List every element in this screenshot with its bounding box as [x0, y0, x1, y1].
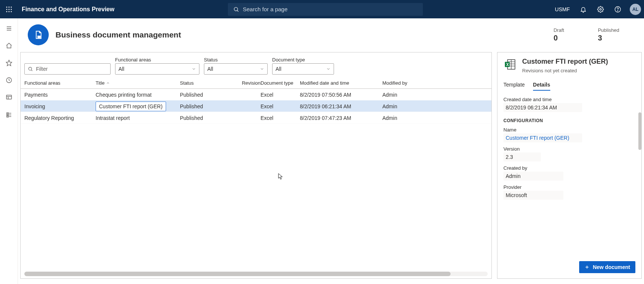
svg-point-1 — [9, 6, 10, 7]
button-label: New document — [593, 264, 630, 270]
sort-asc-icon — [106, 81, 110, 85]
app-title: Finance and Operations Preview — [22, 6, 114, 13]
scrollbar-thumb[interactable] — [24, 272, 451, 276]
svg-point-29 — [28, 67, 31, 70]
documents-table: Functional areas Title Status Revision D… — [21, 78, 491, 269]
cell-modified-dt: 8/2/2019 06:21:34 AM — [300, 103, 382, 109]
field-label: Name — [503, 127, 634, 133]
col-status[interactable]: Status — [180, 80, 231, 86]
chevron-down-icon — [192, 67, 196, 71]
details-card: Customer FTI report (GER) Revisions not … — [497, 52, 642, 279]
filter-label: Document type — [272, 57, 334, 63]
tab-template[interactable]: Template — [503, 82, 525, 91]
svg-point-0 — [6, 6, 7, 7]
svg-rect-28 — [37, 36, 41, 38]
cell-title[interactable]: Cheques printing format — [96, 89, 180, 100]
chevron-down-icon — [326, 67, 331, 71]
excel-icon — [503, 58, 517, 71]
col-modified-by[interactable]: Modified by — [382, 80, 439, 86]
document-icon — [33, 30, 43, 40]
svg-line-10 — [237, 10, 238, 11]
cell-title[interactable]: Customer FTI report (GER) — [96, 100, 180, 112]
field-created-dt: Created date and time 8/2/2019 06:21:34 … — [503, 97, 634, 112]
doc-type-filter: Document type All — [272, 57, 334, 75]
horizontal-scrollbar[interactable] — [24, 272, 488, 276]
page-stats: Draft 0 Published 3 — [554, 27, 619, 42]
plus-icon — [584, 265, 590, 270]
filter-input[interactable] — [36, 66, 107, 72]
svg-point-13 — [617, 10, 618, 11]
dropdown-value: All — [207, 66, 213, 72]
nav-hamburger[interactable] — [0, 21, 18, 36]
configuration-link[interactable]: Customer FTI report (GER) — [503, 133, 582, 142]
cell-modified-dt: 8/2/2019 07:50:56 AM — [300, 92, 382, 98]
user-avatar[interactable]: AL — [630, 4, 641, 15]
vertical-scrollbar[interactable] — [638, 112, 641, 150]
doc-type-dropdown[interactable]: All — [272, 63, 334, 75]
page-title: Business document management — [55, 30, 181, 39]
filter-label: Functional areas — [115, 57, 199, 63]
svg-point-3 — [6, 9, 7, 10]
stat-draft[interactable]: Draft 0 — [554, 27, 564, 42]
details-footer: New document — [503, 258, 635, 273]
nav-favorites[interactable] — [0, 56, 18, 70]
details-header: Customer FTI report (GER) Revisions not … — [503, 58, 635, 73]
col-title[interactable]: Title — [96, 80, 180, 86]
field-provider: Provider Microsoft — [503, 184, 634, 200]
field-label: Created by — [503, 165, 634, 171]
filter-row: Functional areas All Status All — [21, 57, 491, 78]
functional-areas-filter: Functional areas All — [115, 57, 199, 75]
text-filter[interactable] — [24, 63, 111, 75]
top-bar: Finance and Operations Preview USMF AL — [0, 0, 644, 18]
left-nav-rail — [0, 18, 18, 284]
col-modified-dt[interactable]: Modified date and time — [300, 80, 382, 86]
table-row[interactable]: PaymentsCheques printing formatPublished… — [21, 89, 491, 100]
col-doc-type[interactable]: Document type — [261, 80, 300, 86]
nav-home[interactable] — [0, 39, 18, 53]
nav-modules[interactable] — [0, 108, 18, 122]
search-input[interactable] — [243, 6, 418, 12]
modules-icon — [6, 111, 12, 118]
stat-value: 3 — [598, 34, 619, 42]
svg-point-9 — [234, 7, 237, 10]
col-functional-areas[interactable]: Functional areas — [24, 80, 96, 86]
tab-details[interactable]: Details — [533, 82, 550, 91]
cell-functional-area: Regulatory Reporting — [24, 115, 96, 121]
cell-functional-area: Invoicing — [24, 103, 96, 109]
stat-published[interactable]: Published 3 — [598, 27, 619, 42]
cell-status: Published — [180, 92, 231, 98]
help-icon — [614, 6, 621, 13]
cell-modified-by: Admin — [382, 103, 439, 109]
content-area: Business document management Draft 0 Pub… — [18, 18, 644, 284]
nav-recent[interactable] — [0, 73, 18, 87]
app-launcher-button[interactable] — [3, 6, 15, 13]
details-tabs: Template Details — [503, 82, 635, 91]
details-title: Customer FTI report (GER) — [522, 58, 608, 66]
search-box[interactable] — [228, 3, 423, 16]
help-button[interactable] — [610, 0, 625, 18]
dropdown-value: All — [118, 66, 124, 72]
new-document-button[interactable]: New document — [579, 261, 635, 273]
field-label: Provider — [503, 184, 634, 190]
field-version: Version 2.3 — [503, 146, 634, 161]
svg-point-11 — [600, 8, 602, 10]
company-picker[interactable]: USMF — [551, 4, 574, 15]
table-row[interactable]: InvoicingCustomer FTI report (GER)Publis… — [21, 100, 491, 112]
svg-point-7 — [9, 11, 10, 12]
settings-button[interactable] — [593, 0, 608, 18]
col-revision[interactable]: Revision — [231, 80, 261, 86]
table-row[interactable]: Regulatory ReportingIntrastat reportPubl… — [21, 112, 491, 124]
status-dropdown[interactable]: All — [204, 63, 268, 75]
page-icon — [28, 24, 49, 45]
cell-modified-by: Admin — [382, 92, 439, 98]
stat-label: Draft — [554, 27, 564, 33]
cell-title[interactable]: Intrastat report — [96, 112, 180, 124]
workspace-icon — [6, 94, 12, 101]
cell-doc-type: Excel — [261, 92, 300, 98]
page-header: Business document management Draft 0 Pub… — [18, 18, 644, 52]
hamburger-icon — [6, 25, 12, 32]
nav-workspaces[interactable] — [0, 90, 18, 105]
functional-areas-dropdown[interactable]: All — [115, 63, 199, 75]
notifications-button[interactable] — [576, 0, 591, 18]
cell-status: Published — [180, 115, 231, 121]
